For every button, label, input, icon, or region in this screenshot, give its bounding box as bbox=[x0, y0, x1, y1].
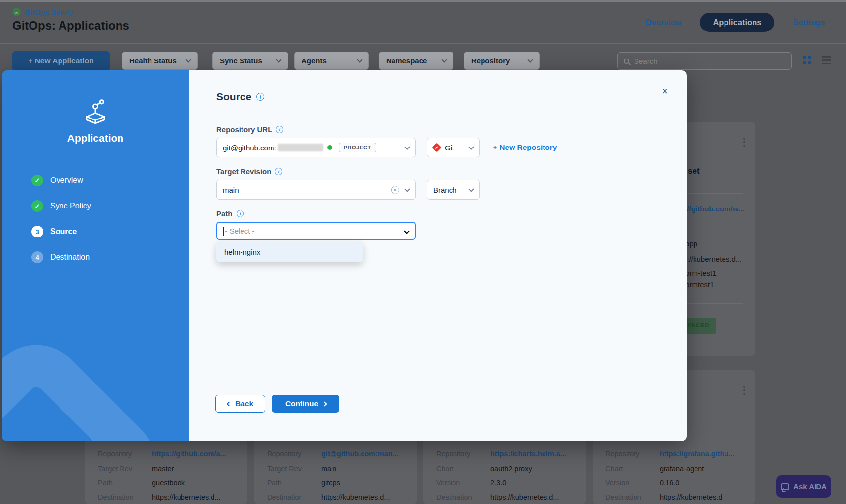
filter-namespace[interactable]: Namespace bbox=[379, 52, 453, 70]
step-label: Source bbox=[50, 227, 77, 236]
chevron-down-icon bbox=[527, 57, 533, 62]
chevron-left-icon bbox=[227, 401, 232, 406]
step-label: Overview bbox=[50, 176, 83, 185]
provider-value: Git bbox=[445, 144, 465, 152]
row-label: Destination bbox=[267, 493, 321, 501]
filter-label: Agents bbox=[302, 57, 327, 65]
continue-button[interactable]: Continue bbox=[272, 395, 339, 413]
path-option-helm-nginx[interactable]: helm-nginx bbox=[216, 241, 363, 262]
repository-url-select[interactable]: git@github.com: PROJECT bbox=[216, 138, 416, 157]
provider-select[interactable]: Git bbox=[427, 138, 480, 157]
row-value: main bbox=[321, 465, 336, 473]
card-divider bbox=[604, 445, 743, 445]
breadcrumb-link[interactable]: GitOps Sanity bbox=[25, 8, 73, 16]
list-view-icon[interactable] bbox=[822, 56, 831, 64]
top-strip bbox=[0, 0, 846, 2]
ref-type-select[interactable]: Branch bbox=[427, 180, 480, 200]
search-box[interactable] bbox=[617, 52, 792, 70]
repository-link-fragment[interactable]: s://github.com/w... bbox=[680, 205, 744, 213]
filter-label: Health Status bbox=[129, 57, 177, 65]
step-number: 4 bbox=[31, 251, 43, 263]
row-label: Chart bbox=[436, 465, 490, 473]
card-value: form-test1 bbox=[683, 269, 717, 277]
filter-sync-status[interactable]: Sync Status bbox=[212, 52, 288, 70]
grid-view-icon[interactable] bbox=[803, 56, 806, 59]
step-number: 3 bbox=[31, 226, 43, 237]
breadcrumb-chevron-icon: › bbox=[77, 8, 80, 16]
git-icon bbox=[432, 143, 442, 152]
chevron-down-icon bbox=[404, 186, 410, 192]
close-icon[interactable]: × bbox=[662, 86, 668, 97]
target-revision-label: Target Revision i bbox=[216, 167, 282, 176]
info-icon[interactable]: i bbox=[276, 126, 283, 133]
row-value: oauth2-proxy bbox=[490, 465, 532, 473]
row-label: Version bbox=[605, 479, 660, 487]
filter-repository[interactable]: Repository bbox=[464, 52, 540, 70]
row-value-link[interactable]: https://charts.helm.s... bbox=[490, 450, 566, 458]
ask-aida-button[interactable]: Ask AIDA bbox=[776, 475, 831, 498]
tab-overview[interactable]: Overview bbox=[645, 18, 681, 27]
project-badge: PROJECT bbox=[339, 143, 376, 152]
wizard-footer: Back Continue bbox=[215, 395, 339, 413]
kebab-menu-icon[interactable] bbox=[743, 386, 745, 388]
row-label: Chart bbox=[605, 465, 660, 473]
row-value-link[interactable]: https://github.com/a... bbox=[152, 450, 226, 458]
wizard-steps: ✓ Overview ✓ Sync Policy 3 Source 4 Dest… bbox=[31, 175, 91, 277]
filter-health-status[interactable]: Health Status bbox=[122, 52, 198, 70]
target-revision-value: main bbox=[223, 186, 239, 194]
breadcrumb: ∞ GitOps Sanity › bbox=[12, 8, 80, 16]
info-icon[interactable]: i bbox=[275, 168, 282, 175]
target-revision-row: main ✕ Branch bbox=[216, 180, 480, 200]
info-icon[interactable]: i bbox=[237, 210, 244, 217]
ask-aida-label: Ask AIDA bbox=[793, 482, 827, 491]
filter-agents[interactable]: Agents bbox=[294, 52, 369, 70]
chevron-down-icon bbox=[357, 57, 362, 62]
page-title: GitOps: Applications bbox=[12, 19, 129, 32]
back-button[interactable]: Back bbox=[215, 395, 265, 413]
new-application-button[interactable]: + New Application bbox=[12, 51, 110, 71]
row-label: Destination bbox=[605, 493, 660, 501]
continue-label: Continue bbox=[285, 399, 318, 408]
redacted-text bbox=[278, 144, 323, 151]
path-select[interactable]: - Select - bbox=[216, 222, 416, 240]
chevron-down-icon bbox=[441, 57, 447, 62]
step-sync-policy[interactable]: ✓ Sync Policy bbox=[31, 200, 91, 212]
search-input[interactable] bbox=[634, 57, 786, 65]
path-placeholder: - Select - bbox=[225, 227, 255, 235]
kebab-menu-icon[interactable] bbox=[743, 138, 745, 140]
row-value: https://kubernetes.d... bbox=[321, 493, 390, 501]
label-text: Target Revision bbox=[216, 167, 271, 176]
application-name-fragment: set bbox=[688, 166, 700, 176]
label-text: Path bbox=[216, 209, 233, 218]
info-icon[interactable]: i bbox=[256, 93, 264, 101]
row-value-link[interactable]: git@github.com:man... bbox=[321, 450, 398, 458]
chevron-down-icon bbox=[468, 186, 474, 192]
card-divider bbox=[266, 445, 405, 445]
application-icon bbox=[2, 99, 189, 127]
clear-icon[interactable]: ✕ bbox=[391, 186, 399, 194]
row-value: gitops bbox=[321, 479, 340, 487]
new-repository-link[interactable]: + New Repository bbox=[493, 143, 557, 152]
watermark-logo bbox=[2, 325, 176, 441]
target-revision-input[interactable]: main ✕ bbox=[216, 180, 416, 200]
path-label: Path i bbox=[216, 209, 244, 218]
row-label: Destination bbox=[436, 493, 490, 501]
row-label: Path bbox=[267, 479, 321, 487]
row-value-link[interactable]: https://grafana.githu... bbox=[660, 450, 734, 458]
step-overview[interactable]: ✓ Overview bbox=[31, 175, 91, 186]
row-label: Repository bbox=[436, 450, 490, 458]
tab-settings[interactable]: Settings bbox=[793, 18, 825, 27]
step-destination[interactable]: 4 Destination bbox=[31, 251, 91, 263]
search-icon bbox=[624, 59, 629, 64]
ref-type-value: Branch bbox=[433, 186, 465, 194]
chevron-down-icon bbox=[404, 228, 409, 234]
step-label: Sync Policy bbox=[50, 202, 91, 210]
chevron-right-icon bbox=[322, 401, 327, 406]
row-value: https://kubernetes.d bbox=[660, 493, 722, 501]
row-label: Target Rev bbox=[98, 465, 152, 473]
step-source[interactable]: 3 Source bbox=[31, 226, 91, 237]
row-label: Repository bbox=[605, 450, 660, 458]
tab-applications[interactable]: Applications bbox=[700, 13, 774, 32]
filter-label: Sync Status bbox=[220, 57, 262, 65]
back-label: Back bbox=[235, 399, 253, 408]
